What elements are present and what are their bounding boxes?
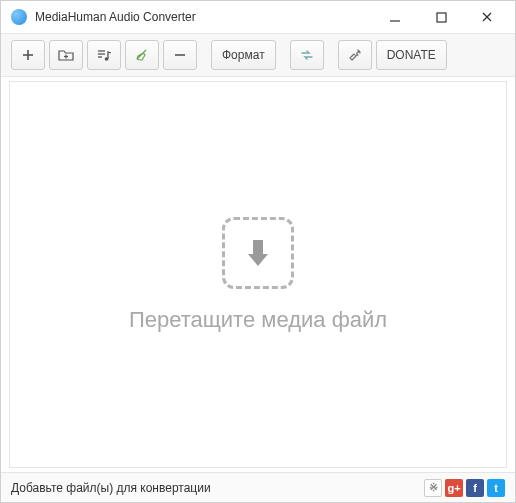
donate-button[interactable]: DONATE [376, 40, 447, 70]
app-window: MediaHuman Audio Converter [0, 0, 516, 503]
svg-rect-13 [253, 240, 263, 254]
format-label: Формат [222, 48, 265, 62]
googleplus-icon: g+ [447, 482, 460, 494]
social-facebook-button[interactable]: f [466, 479, 484, 497]
facebook-icon: f [473, 482, 477, 494]
clear-button[interactable] [125, 40, 159, 70]
playlist-music-icon [96, 48, 112, 62]
add-tracks-button[interactable] [87, 40, 121, 70]
close-button[interactable] [473, 3, 501, 31]
add-folder-button[interactable] [49, 40, 83, 70]
status-message: Добавьте файл(ы) для конвертации [11, 481, 211, 495]
app-title: MediaHuman Audio Converter [35, 10, 381, 24]
drop-area[interactable]: Перетащите медиа файл [9, 81, 507, 468]
format-button[interactable]: Формат [211, 40, 276, 70]
app-icon [11, 9, 27, 25]
social-vk-button[interactable]: ※ [424, 479, 442, 497]
maximize-icon [436, 12, 447, 23]
drop-target-icon [222, 217, 294, 289]
vk-icon: ※ [429, 481, 438, 494]
twitter-icon: t [494, 482, 498, 494]
broom-icon [134, 48, 150, 62]
minimize-button[interactable] [381, 3, 409, 31]
arrow-down-icon [241, 236, 275, 270]
drop-hint-text: Перетащите медиа файл [129, 307, 387, 333]
convert-arrows-icon [299, 48, 315, 62]
add-file-button[interactable] [11, 40, 45, 70]
social-googleplus-button[interactable]: g+ [445, 479, 463, 497]
maximize-button[interactable] [427, 3, 455, 31]
wrench-icon [348, 48, 362, 62]
social-twitter-button[interactable]: t [487, 479, 505, 497]
window-controls [381, 3, 501, 31]
svg-rect-1 [437, 13, 446, 22]
close-icon [481, 11, 493, 23]
donate-label: DONATE [387, 48, 436, 62]
remove-button[interactable] [163, 40, 197, 70]
svg-marker-14 [248, 254, 268, 266]
statusbar: Добавьте файл(ы) для конвертации ※ g+ f … [1, 472, 515, 502]
titlebar: MediaHuman Audio Converter [1, 1, 515, 33]
folder-plus-icon [58, 48, 74, 62]
minimize-icon [389, 11, 401, 23]
minus-icon [173, 48, 187, 62]
convert-button[interactable] [290, 40, 324, 70]
settings-button[interactable] [338, 40, 372, 70]
plus-icon [21, 48, 35, 62]
toolbar: Формат DONATE [1, 33, 515, 77]
